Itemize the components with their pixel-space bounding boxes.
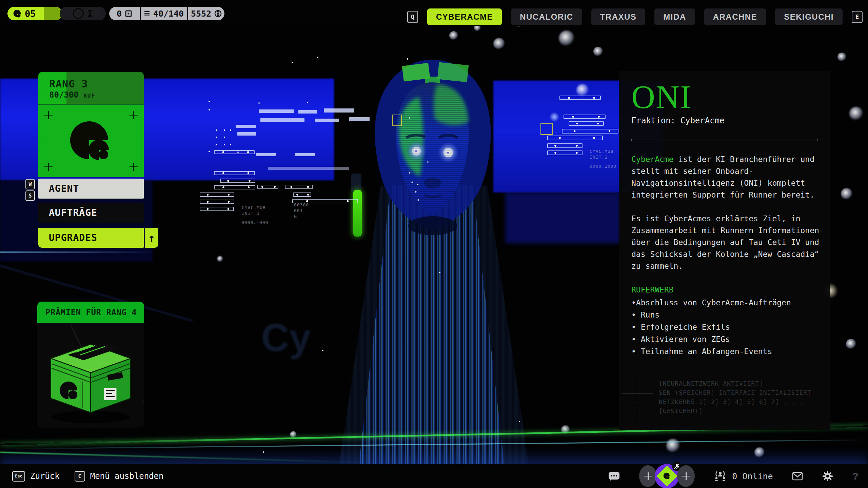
hud-fragment: 0000.1000 xyxy=(241,220,268,225)
oni-logo-icon xyxy=(663,472,671,481)
reward-crate-image xyxy=(37,323,144,428)
list-icon xyxy=(144,11,150,17)
hud-fragment: CYAC.MUBINIT.1 xyxy=(242,205,266,216)
bottom-social-bar: 0 Online ? xyxy=(608,464,859,488)
hud-bar xyxy=(285,185,313,189)
rewards-header: PRÄMIEN FÜR RANG 4 xyxy=(37,302,144,323)
sidebar-item-agent[interactable]: AGENT xyxy=(38,179,144,199)
hud-bar xyxy=(214,150,255,154)
crate-count: 0 xyxy=(109,7,140,20)
online-count: 0 Online xyxy=(732,471,773,481)
hud-dots xyxy=(209,101,210,102)
player-level-pill[interactable]: 05 xyxy=(7,7,62,20)
bottom-bar: Esc Zurück C Menü ausblenden xyxy=(0,464,868,488)
glitch-bar xyxy=(260,118,304,122)
hide-menu-label: Menü ausblenden xyxy=(90,471,164,481)
tab-cyberacme[interactable]: CYBERACME xyxy=(427,8,502,25)
bottom-hints: Esc Zurück C Menü ausblenden xyxy=(12,464,163,488)
rank-rewards-card[interactable]: PRÄMIEN FÜR RANG 4 xyxy=(37,302,144,428)
hud-fragment: CYAC.MUBINIT.1 xyxy=(590,148,614,160)
corner-plus-icon xyxy=(130,163,138,171)
rank-progress-value: 80/300 xyxy=(49,90,79,100)
game-screen: Cy xyxy=(0,0,868,488)
hud-bar xyxy=(214,171,255,175)
party-online-icon xyxy=(714,471,727,482)
prev-faction-keyhint: Q xyxy=(407,11,418,23)
list-item: • Runs xyxy=(631,309,820,321)
credits-count: 5552 xyxy=(188,7,224,20)
list-item: • Erfolgreiche Exfils xyxy=(631,321,820,333)
bokeh-dot xyxy=(841,188,852,200)
companion-slot-pill[interactable]: I xyxy=(60,7,106,20)
bokeh-dot xyxy=(846,339,856,349)
rank-progress: 80/300 RUF xyxy=(49,90,95,100)
hud-bar xyxy=(257,185,278,189)
bokeh-dot xyxy=(559,30,574,46)
digital-head-image xyxy=(355,47,509,253)
faction-title: ONI xyxy=(631,81,692,114)
hud-bar xyxy=(214,185,255,189)
hud-bar xyxy=(293,192,311,197)
mail-icon[interactable] xyxy=(792,472,803,481)
reputation-list: •Abschluss von CyberAcme-Aufträgen • Run… xyxy=(631,297,820,358)
paragraph-1: CyberAcme ist der KI-Branchenführer und … xyxy=(631,154,820,201)
c-key-icon: C xyxy=(75,471,85,482)
bokeh-dot xyxy=(849,107,863,120)
add-party-member-left-button[interactable] xyxy=(639,465,657,487)
crosshair-decoration xyxy=(637,364,637,423)
key-hint-s: S xyxy=(25,190,35,201)
tab-traxus[interactable]: TRAXUS xyxy=(591,8,646,25)
crosshair-decoration xyxy=(622,393,653,393)
capacity-value: 40/140 xyxy=(153,9,184,19)
help-icon[interactable]: ? xyxy=(852,470,859,482)
ear-device xyxy=(353,190,362,237)
oni-logo-icon xyxy=(13,9,22,18)
next-faction-keyhint: E xyxy=(852,11,863,23)
corner-plus-icon xyxy=(130,111,138,119)
tab-sekiguchi[interactable]: SEKIGUCHI xyxy=(775,8,843,25)
credits-icon xyxy=(214,10,222,17)
paragraph-2: Es ist CyberAcmes erklärtes Ziel, in Zus… xyxy=(631,213,820,272)
light-streak-cyan xyxy=(0,251,159,253)
terminal-line: [NEURALNETZWERK AKTIVIERT] xyxy=(659,379,830,388)
rank-title: RANG 3 xyxy=(49,78,88,90)
chat-icon[interactable] xyxy=(608,471,620,481)
section-heading: RUFERWERB xyxy=(631,284,820,296)
glitch-bar xyxy=(236,125,256,128)
upgrades-up-arrow-icon[interactable]: ↑ xyxy=(145,228,158,248)
bokeh-dot xyxy=(549,112,559,122)
hide-menu-hint[interactable]: C Menü ausblenden xyxy=(75,471,164,482)
corner-plus-icon xyxy=(44,111,53,119)
player-avatar[interactable] xyxy=(655,464,679,488)
glitch-bar xyxy=(298,110,317,114)
list-item: •Abschluss von CyberAcme-Aufträgen xyxy=(631,297,820,309)
key-hint-w: W xyxy=(25,179,35,189)
credits-value: 5552 xyxy=(191,9,211,19)
glitch-bar xyxy=(324,108,354,113)
rank-progress-card: RANG 3 80/300 RUF xyxy=(38,72,144,104)
add-party-member-right-button[interactable] xyxy=(677,465,695,487)
faction-description: CyberAcme ist der KI-Branchenführer und … xyxy=(631,154,820,358)
faction-subtitle: Fraktion: CyberAcme xyxy=(631,116,725,125)
crate-icon xyxy=(125,10,132,17)
player-level: 05 xyxy=(25,8,36,19)
glitch-bar xyxy=(237,132,256,136)
glitch-bar xyxy=(256,153,276,156)
hud-bar xyxy=(220,179,255,183)
tab-arachne[interactable]: ARACHNE xyxy=(704,8,766,25)
rank-unit: RUF xyxy=(83,93,95,99)
bokeh-dot xyxy=(449,31,458,40)
tab-nucaloric[interactable]: NUCALORIC xyxy=(511,8,582,25)
sidebar-item-upgrades[interactable]: UPGRADES xyxy=(38,228,144,248)
hud-bar xyxy=(547,143,583,148)
gear-icon[interactable] xyxy=(822,470,833,482)
tab-mida[interactable]: MIDA xyxy=(654,8,695,25)
target-square-right xyxy=(540,123,553,135)
sidebar-item-auftraege[interactable]: AUFTRÄGE xyxy=(38,203,144,223)
monitor-screen-right-lower xyxy=(505,192,620,243)
esc-key-icon: Esc xyxy=(12,471,25,482)
back-hint[interactable]: Esc Zurück xyxy=(12,471,60,482)
empty-slot-icon xyxy=(73,8,84,19)
faction-logo-box xyxy=(38,104,144,177)
hud-bar xyxy=(562,129,618,134)
